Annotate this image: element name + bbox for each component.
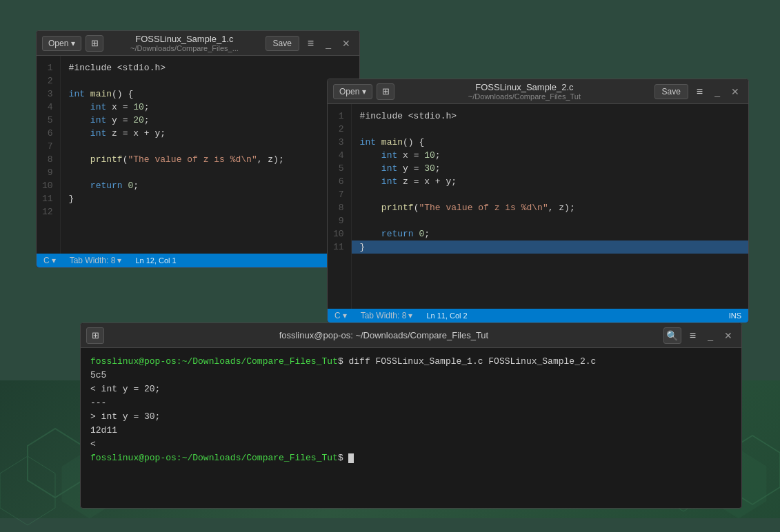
save-button-2[interactable]: Save [654,84,688,99]
terminal-line-1: fosslinux@pop-os:~/Downloads/Compare_Fil… [90,355,732,369]
tab-width-arrow-2: ▾ [408,311,412,320]
terminal-command: $ diff FOSSLinux_Sample_1.c FOSSLinux_Sa… [338,356,596,367]
minimize-button-2[interactable]: _ [711,85,723,99]
terminal-dollar: $ [338,453,349,463]
open-button-1[interactable]: Open ▾ [42,36,81,51]
terminal-output-lt: < [90,438,732,451]
ins-label-2: INS [729,311,741,320]
editor-window-1: Open ▾ ⊞ FOSSLinux_Sample_1.c ~/Download… [36,30,360,268]
open-label-2: Open [339,87,359,96]
editor-titlebar-2: Open ▾ ⊞ FOSSLinux_Sample_2.c ~/Download… [328,79,748,104]
language-label-2: C [334,311,341,320]
line-numbers-1: 123456789101112 [37,56,61,254]
minimize-button-1[interactable]: _ [322,37,334,50]
tab-width-label-1: Tab Width: 8 [70,256,116,265]
terminal-prompt-1: fosslinux@pop-os [90,356,177,367]
code-area-2: 1234567891011 #include <stdio.h> int mai… [328,104,748,309]
title-area-2: FOSSLinux_Sample_2.c ~/Downloads/Compare… [399,82,650,101]
terminal-content[interactable]: fosslinux@pop-os:~/Downloads/Compare_Fil… [81,348,741,508]
add-file-button-1[interactable]: ⊞ [86,35,103,52]
tab-width-arrow-1: ▾ [117,256,121,265]
terminal-prompt-2: fosslinux@pop-os [90,453,177,463]
terminal-minimize-button[interactable]: _ [704,329,717,342]
terminal-path-1: :~/Downloads/Compare_Files_Tut [177,356,338,367]
editor-titlebar-1: Open ▾ ⊞ FOSSLinux_Sample_1.c ~/Download… [37,31,359,56]
open-button-2[interactable]: Open ▾ [333,84,372,99]
tab-width-selector-2[interactable]: Tab Width: 8 ▾ [361,311,413,320]
menu-button-1[interactable]: ≡ [303,36,318,51]
language-arrow-2: ▾ [343,311,347,320]
window-title-2: FOSSLinux_Sample_2.c [399,82,650,92]
status-bar-1: C ▾ Tab Width: 8 ▾ Ln 12, Col 1 [37,254,359,267]
terminal-output-12d11: 12d11 [90,424,732,438]
cursor-position-2: Ln 11, Col 2 [426,311,467,320]
terminal-window: ⊞ fosslinux@pop-os: ~/Downloads/Compare_… [80,323,742,509]
terminal-line-2: fosslinux@pop-os:~/Downloads/Compare_Fil… [90,451,732,465]
language-arrow-1: ▾ [52,256,56,265]
terminal-menu-button[interactable]: ≡ [686,328,700,343]
menu-button-2[interactable]: ≡ [692,84,707,99]
terminal-titlebar: ⊞ fosslinux@pop-os: ~/Downloads/Compare_… [81,323,741,348]
terminal-output-new: > int y = 30; [90,410,732,424]
code-area-1: 123456789101112 #include <stdio.h> int m… [37,56,359,254]
code-content-2[interactable]: #include <stdio.h> int main() { int x = … [352,104,748,309]
window-subtitle-2: ~/Downloads/Compare_Files_Tut [399,92,650,101]
add-terminal-button[interactable]: ⊞ [86,327,104,344]
terminal-cursor [348,453,354,463]
close-button-2[interactable]: ✕ [728,85,743,99]
terminal-output-old: < int y = 20; [90,382,732,396]
status-bar-2: C ▾ Tab Width: 8 ▾ Ln 11, Col 2 INS [328,309,748,323]
close-button-1[interactable]: ✕ [339,37,354,50]
open-dropdown-arrow-2: ▾ [362,87,366,96]
open-label-1: Open [48,39,68,48]
language-selector-2[interactable]: C ▾ [334,311,347,320]
search-button[interactable]: 🔍 [663,327,681,344]
terminal-path-2: :~/Downloads/Compare_Files_Tut [177,453,338,463]
terminal-output-sep: --- [90,396,732,410]
terminal-title: fosslinux@pop-os: ~/Downloads/Compare_Fi… [108,330,659,340]
cursor-position-1: Ln 12, Col 1 [135,256,176,265]
editor-window-2: Open ▾ ⊞ FOSSLinux_Sample_2.c ~/Download… [327,79,749,323]
tab-width-label-2: Tab Width: 8 [361,311,407,320]
terminal-output-5c5: 5c5 [90,369,732,382]
language-label-1: C [43,256,50,265]
line-numbers-2: 1234567891011 [328,104,352,309]
add-file-button-2[interactable]: ⊞ [377,83,394,100]
open-dropdown-arrow-1: ▾ [71,39,75,48]
window-subtitle-1: ~/Downloads/Compare_Files_... [108,44,261,52]
save-button-1[interactable]: Save [266,36,299,51]
terminal-close-button[interactable]: ✕ [721,329,736,342]
window-title-1: FOSSLinux_Sample_1.c [108,34,261,44]
code-content-1[interactable]: #include <stdio.h> int main() { int x = … [61,56,359,254]
tab-width-selector-1[interactable]: Tab Width: 8 ▾ [70,256,122,265]
title-area-1: FOSSLinux_Sample_1.c ~/Downloads/Compare… [108,34,261,52]
language-selector-1[interactable]: C ▾ [43,256,56,265]
